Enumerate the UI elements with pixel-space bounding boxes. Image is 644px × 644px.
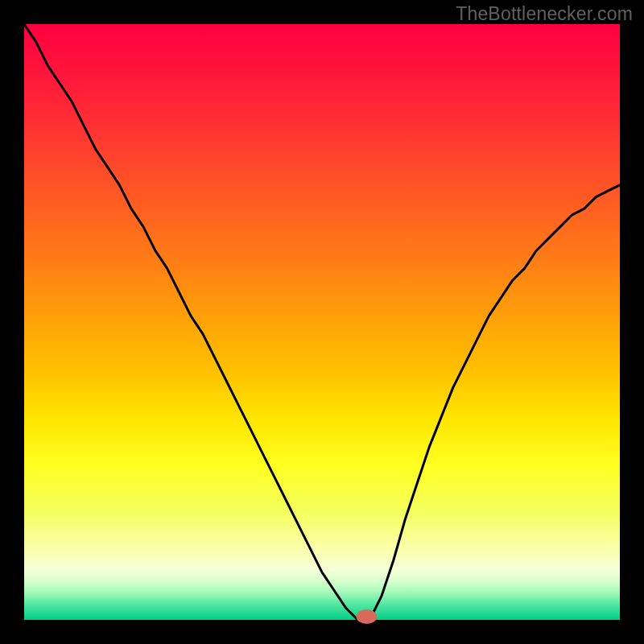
watermark-text: TheBottlenecker.com (456, 3, 633, 25)
optimum-marker (357, 609, 378, 624)
plot-area (24, 24, 620, 620)
chart-frame: TheBottlenecker.com (0, 0, 644, 644)
bottleneck-plot (0, 0, 644, 644)
